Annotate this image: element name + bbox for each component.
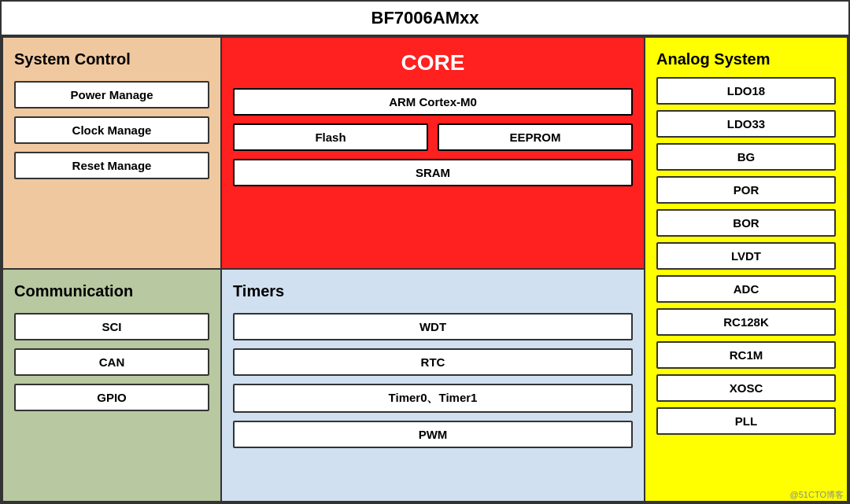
flash-box: Flash: [233, 123, 428, 151]
ldo33-box: LDO33: [656, 110, 836, 138]
clock-manage-box: Clock Manage: [14, 116, 209, 144]
xosc-box: XOSC: [656, 374, 836, 402]
adc-box: ADC: [656, 275, 836, 303]
power-manage-box: Power Manage: [14, 81, 209, 109]
core-row: Flash EEPROM: [233, 123, 633, 151]
system-control-title: System Control: [14, 50, 209, 68]
communication-panel: Communication SCI CAN GPIO: [2, 270, 222, 503]
eeprom-box: EEPROM: [438, 123, 633, 151]
can-box: CAN: [14, 348, 209, 376]
rc1m-box: RC1M: [656, 341, 836, 369]
pwm-box: PWM: [233, 421, 633, 448]
system-control-panel: System Control Power Manage Clock Manage…: [2, 36, 222, 270]
ldo18-box: LDO18: [656, 77, 836, 105]
core-panel: CORE ARM Cortex-M0 Flash EEPROM SRAM: [222, 36, 644, 270]
sci-box: SCI: [14, 313, 209, 340]
watermark: @51CTO博客: [790, 489, 844, 501]
rc128k-box: RC128K: [656, 308, 836, 336]
pll-box: PLL: [656, 407, 836, 435]
sram-wrapper: SRAM: [233, 159, 633, 186]
bg-box: BG: [656, 143, 836, 171]
wdt-box: WDT: [233, 313, 633, 340]
arm-cortex-wrapper: ARM Cortex-M0: [233, 88, 633, 116]
gpio-box: GPIO: [14, 384, 209, 411]
sram-box: SRAM: [233, 159, 633, 186]
communication-title: Communication: [14, 282, 209, 300]
main-container: BF7006AMxx System Control Power Manage C…: [0, 0, 850, 504]
timers-title: Timers: [233, 282, 633, 300]
title-bar: BF7006AMxx: [2, 2, 848, 36]
arm-cortex-box: ARM Cortex-M0: [233, 88, 633, 116]
main-grid: System Control Power Manage Clock Manage…: [2, 36, 848, 502]
core-title: CORE: [233, 50, 633, 75]
reset-manage-box: Reset Manage: [14, 152, 209, 179]
por-box: POR: [656, 176, 836, 204]
lvdt-box: LVDT: [656, 242, 836, 270]
bor-box: BOR: [656, 209, 836, 237]
timers-panel: Timers WDT RTC Timer0、Timer1 PWM: [222, 270, 644, 503]
timer01-box: Timer0、Timer1: [233, 384, 633, 413]
analog-system-title: Analog System: [656, 50, 836, 68]
page-title: BF7006AMxx: [371, 8, 479, 28]
analog-system-panel: Analog System LDO18 LDO33 BG POR BOR LVD…: [644, 36, 848, 502]
rtc-box: RTC: [233, 348, 633, 376]
